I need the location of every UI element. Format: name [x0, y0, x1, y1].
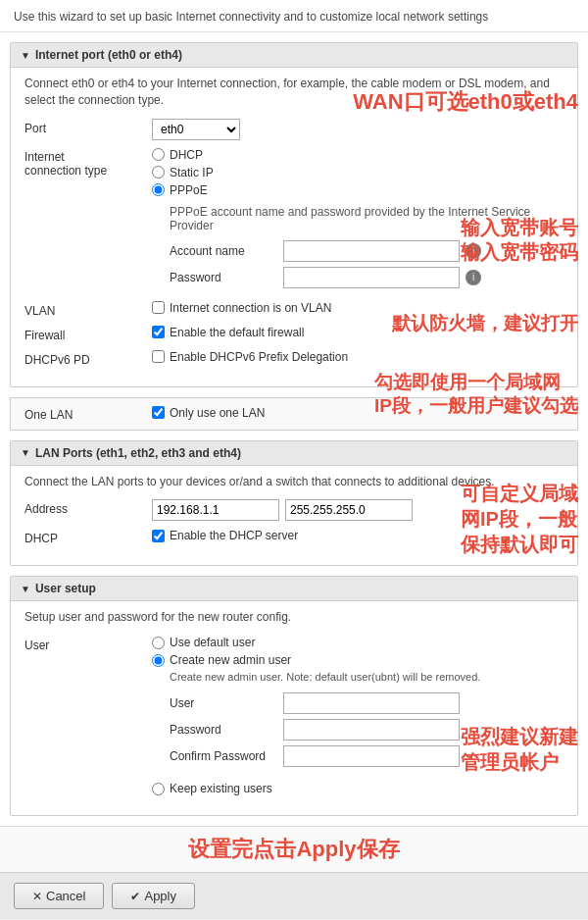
pppoe-fields: Account name i Password i [170, 240, 564, 293]
pppoe-desc: PPPoE account name and password provided… [170, 205, 564, 232]
sub-password-label: Password [170, 723, 277, 737]
footer-bar: ✕ Cancel ✔ Apply [0, 872, 588, 919]
create-new-radio-row: Create new admin user [152, 653, 564, 667]
sub-password-input[interactable] [283, 719, 460, 741]
create-new-label: Create new admin user [170, 653, 291, 667]
user-controls: Use default user Create new admin user C… [152, 636, 564, 795]
dhcpv6-row: DHCPv6 PD Enable DHCPv6 Prefix Delegatio… [24, 350, 564, 367]
user-setup-desc: Setup user and password for the new rout… [24, 609, 564, 626]
user-collapse-arrow-icon: ▼ [21, 584, 30, 594]
firewall-checkbox[interactable] [152, 326, 165, 338]
lan-dhcp-checkbox[interactable] [152, 530, 165, 542]
port-row: Port eth0 eth4 [24, 119, 564, 140]
account-info-icon[interactable]: i [466, 243, 481, 259]
cancel-button[interactable]: ✕ Cancel [14, 883, 104, 909]
port-label: Port [24, 119, 152, 135]
port-select[interactable]: eth0 eth4 [152, 119, 240, 140]
lan-ports-body: Connect the LAN ports to your devices or… [11, 466, 577, 566]
connection-type-controls: DHCP Static IP PPPoE PPPoE account name … [152, 148, 564, 293]
pppoe-radio-row: PPPoE [152, 183, 564, 197]
lan-ports-section: ▼ LAN Ports (eth1, eth2, eth3 and eth4) … [10, 440, 578, 567]
lan-ports-header: ▼ LAN Ports (eth1, eth2, eth3 and eth4) [11, 441, 577, 466]
address-label: Address [24, 499, 152, 516]
dhcpv6-checkbox[interactable] [152, 350, 165, 363]
page-wrapper: Use this wizard to set up basic Internet… [0, 0, 588, 919]
internet-port-body: Connect eth0 or eth4 to your Internet co… [11, 68, 577, 386]
firewall-label: Firewall [24, 326, 152, 342]
account-name-input[interactable] [283, 240, 460, 262]
sub-user-row: User [170, 692, 564, 714]
password-info-icon[interactable]: i [466, 270, 481, 285]
keep-existing-radio[interactable] [152, 783, 165, 795]
lan-dhcp-checkbox-label: Enable the DHCP server [170, 529, 298, 542]
password-input[interactable] [283, 267, 460, 288]
static-ip-radio[interactable] [152, 166, 165, 179]
create-new-radio[interactable] [152, 654, 165, 667]
apply-annotation-text: 设置完点击Apply保存 [188, 837, 399, 861]
cancel-icon: ✕ [32, 890, 42, 903]
sub-user-input[interactable] [283, 692, 460, 714]
one-lan-section: One LAN Only use one LAN [10, 397, 578, 431]
firewall-checkbox-label: Enable the default firewall [170, 326, 304, 339]
lan-dhcp-checkbox-row: Enable the DHCP server [152, 529, 298, 542]
user-label: User [24, 636, 152, 652]
use-default-radio-row: Use default user [152, 636, 564, 649]
internet-port-section: ▼ Internet port (eth0 or eth4) Connect e… [10, 42, 578, 387]
sub-confirm-input[interactable] [283, 745, 460, 767]
user-setup-title: User setup [35, 582, 96, 595]
static-ip-radio-row: Static IP [152, 166, 564, 179]
keep-existing-label: Keep existing users [170, 782, 272, 795]
lan-ports-title: LAN Ports (eth1, eth2, eth3 and eth4) [35, 446, 241, 460]
connection-type-label: Internetconnection type [24, 148, 152, 178]
lan-ports-desc: Connect the LAN ports to your devices or… [24, 474, 564, 490]
dhcpv6-label: DHCPv6 PD [24, 350, 152, 367]
user-setup-body: Setup user and password for the new rout… [11, 601, 577, 815]
dhcpv6-checkbox-label: Enable DHCPv6 Prefix Delegation [170, 350, 348, 364]
address-row: Address [24, 499, 564, 521]
dhcp-radio-row: DHCP [152, 148, 564, 162]
top-description: Use this wizard to set up basic Internet… [0, 0, 588, 32]
page-description-text: Use this wizard to set up basic Internet… [14, 10, 488, 24]
one-lan-label: One LAN [24, 406, 152, 422]
collapse-arrow-icon: ▼ [21, 50, 30, 61]
user-row: User Use default user Create new admin u… [24, 636, 564, 795]
subnet-mask-input[interactable] [285, 499, 413, 521]
pppoe-radio[interactable] [152, 183, 165, 196]
connection-type-row: Internetconnection type DHCP Static IP P… [24, 148, 564, 293]
dhcpv6-checkbox-row: Enable DHCPv6 Prefix Delegation [152, 350, 348, 364]
lan-collapse-arrow-icon: ▼ [21, 447, 30, 458]
sub-confirm-row: Confirm Password [170, 745, 564, 767]
static-ip-label: Static IP [170, 166, 214, 179]
user-setup-header: ▼ User setup [11, 577, 577, 601]
user-setup-section: ▼ User setup Setup user and password for… [10, 576, 578, 816]
cancel-label: Cancel [46, 889, 85, 903]
pppoe-label: PPPoE [170, 183, 208, 197]
apply-button[interactable]: ✔ Apply [112, 883, 195, 909]
sub-user-label: User [170, 696, 277, 710]
sub-password-row: Password [170, 719, 564, 741]
dhcp-label: DHCP [170, 148, 203, 162]
vlan-checkbox-label: Internet connection is on VLAN [170, 301, 331, 315]
dhcp-radio[interactable] [152, 148, 165, 161]
user-sub-fields: User Password Confirm Password [170, 692, 564, 772]
firewall-checkbox-row: Enable the default firewall [152, 326, 304, 339]
ip-address-input[interactable] [152, 499, 279, 521]
lan-dhcp-label: DHCP [24, 529, 152, 545]
account-name-label: Account name [170, 244, 277, 258]
apply-label: Apply [144, 889, 176, 903]
password-label: Password [170, 271, 277, 284]
firewall-row: Firewall Enable the default firewall [24, 326, 564, 342]
sub-confirm-label: Confirm Password [170, 749, 277, 763]
one-lan-checkbox[interactable] [152, 406, 165, 419]
apply-hint-bar: 设置完点击Apply保存 [0, 826, 588, 872]
keep-existing-radio-row: Keep existing users [152, 782, 564, 795]
vlan-checkbox-row: Internet connection is on VLAN [152, 301, 331, 315]
internet-port-title: Internet port (eth0 or eth4) [35, 48, 182, 62]
one-lan-checkbox-row: Only use one LAN [152, 406, 265, 420]
vlan-checkbox[interactable] [152, 301, 165, 314]
lan-dhcp-row: DHCP Enable the DHCP server [24, 529, 564, 545]
password-row: Password i [170, 267, 564, 288]
account-name-row: Account name i [170, 240, 564, 262]
use-default-radio[interactable] [152, 637, 165, 649]
vlan-row: VLAN Internet connection is on VLAN [24, 301, 564, 318]
